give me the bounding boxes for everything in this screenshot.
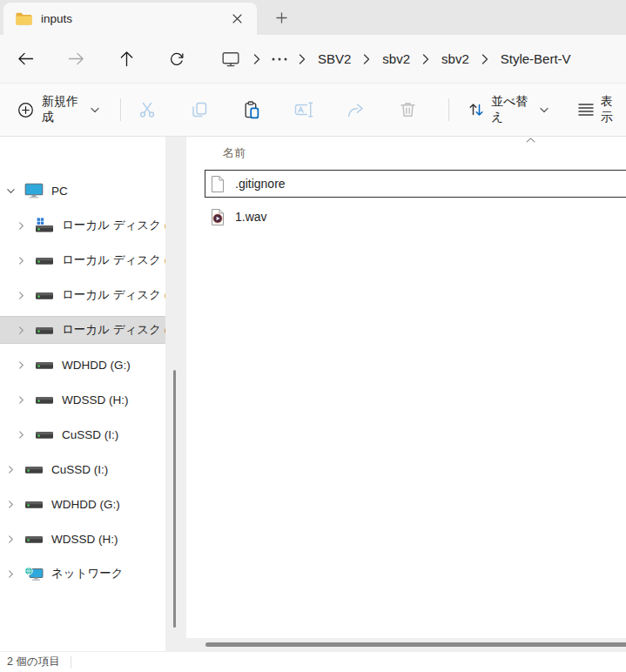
breadcrumb-segment[interactable]: sbv2	[437, 49, 474, 69]
view-button[interactable]: 表示	[573, 92, 626, 127]
cut-button[interactable]	[121, 92, 173, 127]
close-icon[interactable]	[225, 8, 248, 30]
folder-icon	[16, 12, 32, 25]
network-icon	[24, 566, 44, 581]
sidebar-item-drive-c[interactable]: ローカル ディスク (C:)	[0, 212, 165, 239]
sidebar-item-label: WDHDD (G:)	[62, 359, 131, 372]
chevron-icon[interactable]	[481, 54, 488, 64]
file-row-gitignore[interactable]: .gitignore	[205, 170, 626, 198]
sort-icon	[468, 102, 484, 118]
navigation-row: SBV2 sbv2 sbv2 Style-Bert-V	[0, 35, 626, 83]
sidebar-item-label: WDSSD (H:)	[62, 393, 129, 407]
sidebar-item-label: ローカル ディスク (D:)	[62, 252, 165, 268]
sort-ascending-icon	[526, 138, 535, 143]
chevron-icon	[299, 54, 306, 64]
new-item-icon	[17, 102, 34, 118]
sort-label: 並べ替え	[491, 94, 533, 125]
new-item-button[interactable]: 新規作成	[17, 92, 106, 127]
drive-icon	[35, 427, 54, 442]
sidebar-item-cussd[interactable]: CuSSD (I:)	[0, 455, 165, 483]
tab-inputs[interactable]: inputs	[3, 3, 257, 35]
sidebar-item-pc[interactable]: PC	[0, 177, 165, 205]
horizontal-scrollbar-thumb[interactable]	[205, 642, 626, 647]
paste-button[interactable]	[225, 92, 278, 127]
file-name: 1.wav	[235, 210, 267, 224]
sidebar-scrollbar[interactable]	[165, 137, 186, 651]
sidebar-item-wdssd[interactable]: WDSSD (H:)	[0, 525, 165, 553]
document-icon	[209, 175, 226, 192]
chevron-right-icon[interactable]	[16, 220, 26, 231]
file-row-1wav[interactable]: 1.wav	[205, 203, 626, 231]
share-button[interactable]	[330, 92, 382, 127]
status-bar: 2 個の項目	[0, 651, 626, 672]
chevron-right-icon[interactable]	[16, 290, 26, 300]
column-header-name[interactable]: 名前	[186, 137, 626, 170]
command-toolbar: 新規作成	[0, 83, 626, 137]
delete-button[interactable]	[382, 92, 434, 127]
sidebar-item-drive-f[interactable]: ローカル ディスク (F:)	[0, 316, 165, 344]
chevron-right-icon[interactable]	[5, 499, 16, 509]
drive-icon	[24, 496, 44, 512]
chevron-right-icon[interactable]	[5, 534, 16, 544]
chevron-down-icon	[91, 107, 99, 113]
sidebar-scrollbar-thumb[interactable]	[173, 370, 176, 628]
drive-icon	[35, 322, 54, 338]
sidebar-item-label: WDHDD (G:)	[51, 498, 120, 511]
ellipsis-icon[interactable]	[268, 54, 291, 64]
back-button[interactable]	[0, 43, 50, 76]
chevron-right-icon[interactable]	[16, 325, 26, 335]
sidebar-item-drive-d[interactable]: ローカル ディスク (D:)	[0, 246, 165, 274]
chevron-icon[interactable]	[422, 54, 429, 64]
up-button[interactable]	[101, 43, 151, 76]
copy-button[interactable]	[173, 92, 225, 127]
breadcrumb-segment[interactable]: SBV2	[313, 49, 355, 69]
sidebar-item-label: ローカル ディスク (C:)	[62, 218, 165, 233]
sidebar-item-drive-i[interactable]: CuSSD (I:)	[0, 420, 165, 448]
drive-icon	[35, 252, 54, 268]
breadcrumb-segment[interactable]: Style-Bert-V	[496, 49, 576, 69]
view-icon	[578, 103, 594, 117]
horizontal-scrollbar[interactable]	[186, 638, 626, 651]
rename-button[interactable]	[278, 92, 330, 127]
sidebar-item-label: PC	[51, 185, 68, 198]
new-item-label: 新規作成	[42, 94, 83, 125]
tab-title: inputs	[41, 12, 225, 25]
view-label: 表示	[601, 94, 621, 125]
chevron-down-icon[interactable]	[5, 185, 16, 196]
new-tab-button[interactable]	[268, 5, 294, 30]
sidebar-item-drive-h[interactable]: WDSSD (H:)	[0, 386, 165, 413]
chevron-right-icon[interactable]	[16, 360, 26, 370]
chevron-icon[interactable]	[253, 54, 260, 64]
chevron-right-icon[interactable]	[16, 255, 26, 265]
breadcrumb-segment[interactable]: sbv2	[378, 49, 414, 69]
sidebar-item-label: CuSSD (I:)	[62, 428, 118, 441]
sidebar-item-label: ローカル ディスク (E:)	[62, 287, 165, 303]
drive-icon	[24, 461, 44, 477]
sidebar-item-label: CuSSD (I:)	[51, 463, 108, 476]
sidebar-item-wdhdd[interactable]: WDHDD (G:)	[0, 490, 165, 518]
navigation-pane: PC ローカル ディスク (C:)	[0, 137, 165, 651]
sort-button[interactable]: 並べ替え	[463, 92, 554, 127]
this-pc-icon[interactable]	[216, 47, 246, 71]
explorer-window: inputs	[0, 0, 626, 672]
chevron-right-icon[interactable]	[5, 568, 16, 579]
chevron-right-icon[interactable]	[16, 394, 26, 405]
file-pane: 名前 .gitignore	[186, 137, 626, 651]
chevron-icon[interactable]	[363, 54, 370, 64]
chevron-right-icon[interactable]	[5, 464, 16, 474]
refresh-button[interactable]	[151, 43, 202, 76]
toolbar-divider	[448, 98, 449, 121]
sidebar-item-network[interactable]: ネットワーク	[0, 560, 165, 588]
chevron-down-icon	[540, 107, 549, 113]
forward-button[interactable]	[50, 43, 101, 76]
sidebar-item-label: ネットワーク	[51, 566, 124, 581]
address-bar[interactable]: SBV2 sbv2 sbv2 Style-Bert-V	[207, 43, 621, 76]
content-area: PC ローカル ディスク (C:)	[0, 137, 626, 651]
drive-icon	[35, 392, 54, 407]
sidebar-item-label: ローカル ディスク (F:)	[62, 322, 165, 338]
media-icon	[209, 208, 226, 225]
sidebar-item-drive-e[interactable]: ローカル ディスク (E:)	[0, 281, 165, 309]
sidebar-item-drive-g[interactable]: WDHDD (G:)	[0, 351, 165, 379]
drive-icon	[35, 357, 54, 373]
chevron-right-icon[interactable]	[16, 429, 26, 440]
